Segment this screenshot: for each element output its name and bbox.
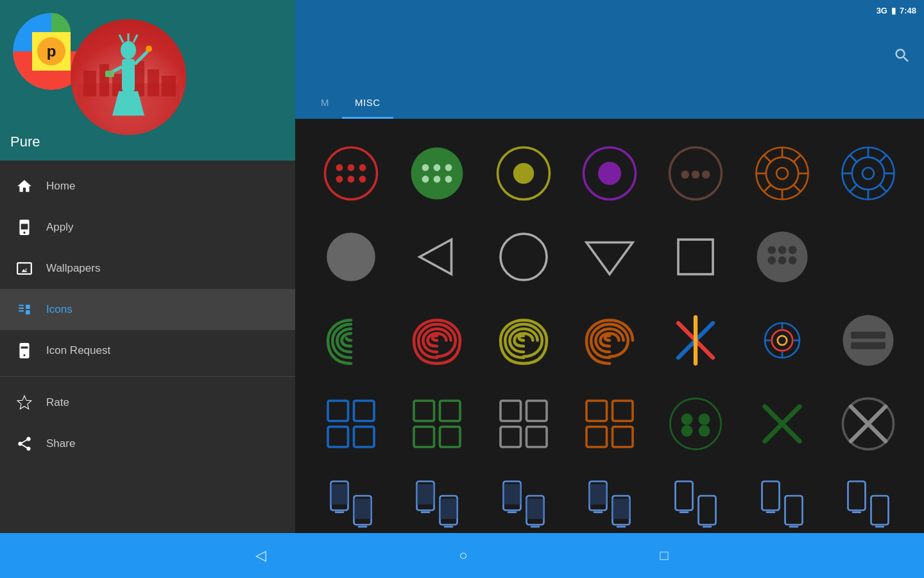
svg-rect-11 <box>122 59 135 91</box>
svg-rect-118 <box>417 484 434 505</box>
svg-rect-6 <box>162 76 176 96</box>
svg-rect-131 <box>594 511 603 513</box>
svg-rect-146 <box>875 526 884 528</box>
list-item[interactable] <box>308 299 394 382</box>
home-button[interactable]: ○ <box>459 547 467 564</box>
list-item[interactable] <box>481 382 567 466</box>
svg-rect-145 <box>871 496 888 525</box>
svg-point-67 <box>778 246 786 254</box>
svg-rect-121 <box>440 499 458 520</box>
list-item[interactable] <box>308 132 394 215</box>
list-item[interactable] <box>567 132 653 215</box>
svg-rect-112 <box>331 484 348 505</box>
svg-point-103 <box>699 414 710 425</box>
svg-rect-115 <box>354 499 372 520</box>
statue-svg <box>77 19 180 135</box>
svg-rect-116 <box>358 526 367 528</box>
list-item[interactable] <box>481 215 567 299</box>
svg-point-31 <box>513 163 534 184</box>
svg-rect-85 <box>328 401 348 421</box>
list-item[interactable] <box>481 299 567 382</box>
apply-label: Apply <box>46 221 74 234</box>
svg-point-104 <box>681 425 693 437</box>
svg-point-60 <box>327 232 375 281</box>
list-item[interactable] <box>739 299 825 382</box>
recents-button[interactable]: □ <box>660 547 669 564</box>
svg-rect-5 <box>148 69 159 96</box>
list-item[interactable] <box>394 382 480 466</box>
list-item[interactable] <box>739 215 825 299</box>
list-item[interactable] <box>739 132 825 215</box>
search-button[interactable] <box>893 46 911 68</box>
list-item[interactable] <box>567 382 653 466</box>
list-item[interactable] <box>653 215 739 299</box>
svg-rect-133 <box>612 499 629 520</box>
icon-request-icon <box>15 342 33 360</box>
svg-rect-91 <box>414 427 434 448</box>
svg-rect-90 <box>440 401 461 421</box>
svg-line-59 <box>850 185 857 192</box>
sidebar-item-share[interactable]: Share <box>0 423 295 464</box>
sidebar-item-icons[interactable]: Icons <box>0 289 295 330</box>
list-item[interactable] <box>825 215 911 299</box>
list-item[interactable] <box>653 132 739 215</box>
svg-point-20 <box>336 176 343 183</box>
list-item[interactable] <box>739 382 825 466</box>
list-item[interactable] <box>653 299 739 382</box>
rate-icon <box>15 394 33 412</box>
home-label: Home <box>46 180 75 193</box>
sidebar-item-icon-request[interactable]: Icon Request <box>0 330 295 371</box>
sidebar-item-wallpapers[interactable]: Wallpapers <box>0 248 295 289</box>
wallpapers-icon <box>15 259 33 277</box>
svg-rect-88 <box>354 427 375 448</box>
list-item[interactable] <box>653 382 739 466</box>
svg-line-48 <box>764 185 771 192</box>
wallpapers-label: Wallpapers <box>46 262 100 275</box>
svg-point-21 <box>348 176 355 183</box>
svg-point-76 <box>771 330 792 351</box>
sidebar-item-rate[interactable]: Rate <box>0 382 295 423</box>
rate-label: Rate <box>46 396 69 409</box>
svg-rect-87 <box>328 427 348 448</box>
home-icon <box>15 177 33 195</box>
list-item[interactable] <box>825 382 911 466</box>
battery-icon: ▮ <box>891 6 896 15</box>
svg-rect-138 <box>703 526 712 528</box>
sidebar-header: p <box>0 0 295 161</box>
svg-point-39 <box>766 157 798 189</box>
sidebar-item-home[interactable]: Home <box>0 166 295 207</box>
svg-point-68 <box>788 246 796 254</box>
svg-line-9 <box>119 35 123 42</box>
back-button[interactable]: ◁ <box>255 547 266 564</box>
list-item[interactable] <box>567 299 653 382</box>
svg-rect-113 <box>335 511 344 513</box>
svg-rect-89 <box>414 401 434 421</box>
sidebar-item-apply[interactable]: Apply <box>0 207 295 248</box>
list-item[interactable] <box>567 215 653 299</box>
svg-rect-83 <box>851 332 886 339</box>
list-item[interactable] <box>481 132 567 215</box>
svg-rect-124 <box>503 484 520 505</box>
list-item[interactable] <box>394 215 480 299</box>
list-item[interactable] <box>394 132 480 215</box>
list-item[interactable] <box>825 299 911 382</box>
status-bar: 3G ▮ 7:48 <box>295 0 924 21</box>
svg-rect-93 <box>501 401 521 421</box>
svg-point-29 <box>445 176 452 183</box>
list-item[interactable] <box>394 299 480 382</box>
tab-m[interactable]: M <box>308 88 342 119</box>
svg-rect-84 <box>851 342 886 349</box>
icon-request-label: Icon Request <box>46 344 110 357</box>
list-item[interactable] <box>825 132 911 215</box>
svg-point-102 <box>681 414 693 425</box>
nav-divider <box>0 376 295 377</box>
tab-misc[interactable]: MISC <box>342 88 393 119</box>
svg-point-71 <box>788 256 796 265</box>
list-item[interactable] <box>308 215 394 299</box>
svg-rect-144 <box>852 511 861 513</box>
signal-icon: 3G <box>877 6 887 15</box>
svg-point-40 <box>776 168 788 179</box>
list-item[interactable] <box>308 382 394 466</box>
svg-rect-95 <box>501 427 521 448</box>
svg-point-16 <box>325 148 377 200</box>
